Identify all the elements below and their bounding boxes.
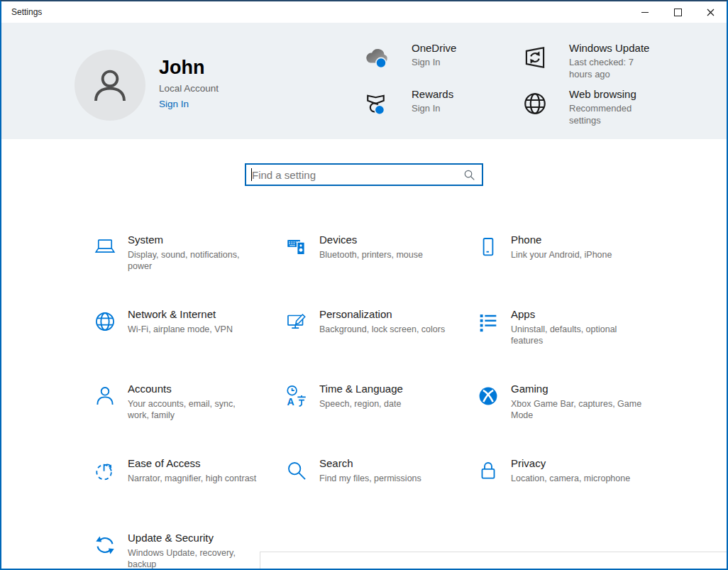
category-network-internet[interactable]: Network & Internet Wi-Fi, airplane mode,… xyxy=(93,307,285,382)
privacy-icon xyxy=(476,459,500,483)
search-category-icon xyxy=(285,459,309,483)
category-title: Accounts xyxy=(128,382,259,395)
system-icon xyxy=(93,235,117,259)
category-description: Find my files, permissions xyxy=(319,473,421,484)
user-account-type: Local Account xyxy=(159,83,219,94)
category-devices[interactable]: Devices Bluetooth, printers, mouse xyxy=(285,233,476,307)
magnifier-icon[interactable] xyxy=(463,169,475,181)
window-title: Settings xyxy=(1,7,42,17)
windows-update-icon xyxy=(521,43,551,72)
category-description: Bluetooth, printers, mouse xyxy=(319,249,423,261)
category-description: Narrator, magnifier, high contrast xyxy=(128,473,256,484)
category-description: Display, sound, notifications, power xyxy=(128,249,259,272)
category-personalization[interactable]: Personalization Background, lock screen,… xyxy=(285,307,476,382)
ease-of-access-icon xyxy=(93,459,117,483)
category-description: Link your Android, iPhone xyxy=(511,249,612,261)
quick-link-windows-update[interactable]: Windows Update Last checked: 7 hours ago xyxy=(521,41,691,87)
quick-link-subtitle: Last checked: 7 hours ago xyxy=(569,56,656,80)
category-title: Search xyxy=(319,456,421,470)
maximize-button[interactable] xyxy=(661,1,694,23)
category-ease-of-access[interactable]: Ease of Access Narrator, magnifier, high… xyxy=(93,456,285,531)
category-title: Gaming xyxy=(511,382,642,395)
avatar xyxy=(75,50,145,121)
category-time-language[interactable]: A Time & Language Speech, region, date xyxy=(285,382,476,456)
category-privacy[interactable]: Privacy Location, camera, microphone xyxy=(476,456,668,531)
rewards-icon xyxy=(363,89,393,118)
category-title: Apps xyxy=(511,307,642,321)
close-icon xyxy=(707,9,715,16)
phone-icon xyxy=(476,235,500,259)
category-description: Speech, region, date xyxy=(319,398,403,410)
bottom-panel-edge xyxy=(260,552,727,569)
category-title: Network & Internet xyxy=(128,307,233,321)
gaming-icon xyxy=(476,384,500,408)
category-description: Uninstall, defaults, optional features xyxy=(511,324,642,346)
category-phone[interactable]: Phone Link your Android, iPhone xyxy=(476,233,668,307)
search-row xyxy=(1,163,727,186)
header: John Local Account Sign In OneDrive Sign… xyxy=(1,23,727,139)
category-title: Phone xyxy=(511,233,612,246)
user-sign-in-link[interactable]: Sign In xyxy=(159,99,219,109)
quick-link-subtitle: Recommended settings xyxy=(569,102,656,126)
user-icon xyxy=(88,63,132,107)
titlebar: Settings xyxy=(1,1,727,23)
search-box xyxy=(245,163,483,186)
personalization-icon xyxy=(285,309,309,334)
main-content: System Display, sound, notifications, po… xyxy=(1,139,727,569)
time-language-icon: A xyxy=(285,384,309,408)
svg-text:A: A xyxy=(287,396,294,407)
quick-link-title: Windows Update xyxy=(569,41,656,55)
quick-link-title: Web browsing xyxy=(569,87,656,101)
update-security-icon xyxy=(93,533,117,557)
category-description: Your accounts, email, sync, work, family xyxy=(128,398,259,421)
quick-link-onedrive[interactable]: OneDrive Sign In xyxy=(363,41,521,87)
user-block: John Local Account Sign In xyxy=(75,50,219,121)
close-button[interactable] xyxy=(694,1,727,23)
category-description: Background, lock screen, colors xyxy=(319,324,445,335)
quick-link-subtitle: Sign In xyxy=(412,102,453,114)
search-input[interactable] xyxy=(246,169,463,181)
category-apps[interactable]: Apps Uninstall, defaults, optional featu… xyxy=(476,307,668,382)
category-description: Xbox Game Bar, captures, Game Mode xyxy=(511,398,642,421)
devices-icon xyxy=(285,235,309,259)
quick-links: OneDrive Sign In Rewards Sign In Windows… xyxy=(363,41,691,133)
user-name: John xyxy=(159,57,219,78)
quick-link-title: OneDrive xyxy=(412,41,456,55)
category-description: Wi-Fi, airplane mode, VPN xyxy=(128,324,233,335)
minimize-icon xyxy=(641,12,649,13)
category-title: Ease of Access xyxy=(128,456,256,470)
web-browsing-icon xyxy=(521,89,551,118)
window-controls xyxy=(629,1,727,23)
minimize-button[interactable] xyxy=(629,1,661,23)
quick-link-web-browsing[interactable]: Web browsing Recommended settings xyxy=(521,87,691,133)
category-title: System xyxy=(128,233,259,246)
maximize-icon xyxy=(674,9,682,16)
category-title: Privacy xyxy=(511,456,630,470)
category-title: Time & Language xyxy=(319,382,403,395)
quick-link-title: Rewards xyxy=(412,87,453,101)
accounts-icon xyxy=(93,384,117,408)
category-title: Update & Security xyxy=(128,531,259,544)
category-title: Devices xyxy=(319,233,423,246)
network-icon xyxy=(93,309,117,334)
category-description: Windows Update, recovery, backup xyxy=(128,547,259,569)
text-caret xyxy=(251,168,252,181)
category-gaming[interactable]: Gaming Xbox Game Bar, captures, Game Mod… xyxy=(476,382,668,456)
category-system[interactable]: System Display, sound, notifications, po… xyxy=(93,233,285,307)
quick-link-subtitle: Sign In xyxy=(412,56,456,68)
category-search[interactable]: Search Find my files, permissions xyxy=(285,456,476,531)
category-description: Location, camera, microphone xyxy=(511,473,630,484)
quick-link-rewards[interactable]: Rewards Sign In xyxy=(363,87,521,133)
settings-window: Settings xyxy=(0,0,728,570)
onedrive-icon xyxy=(363,43,393,72)
category-title: Personalization xyxy=(319,307,445,321)
user-info: John Local Account Sign In xyxy=(159,50,219,121)
category-accounts[interactable]: Accounts Your accounts, email, sync, wor… xyxy=(93,382,285,456)
category-update-security[interactable]: Update & Security Windows Update, recove… xyxy=(93,531,285,569)
apps-icon xyxy=(476,309,500,334)
category-grid: System Display, sound, notifications, po… xyxy=(93,233,727,569)
